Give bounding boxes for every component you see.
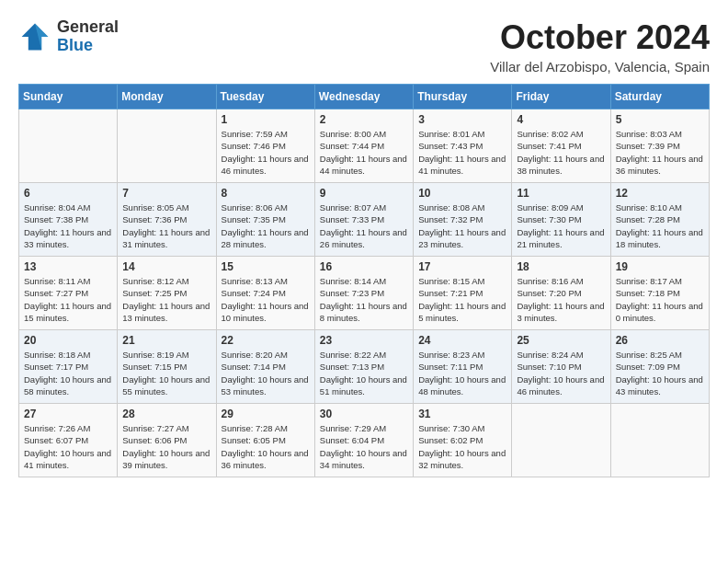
calendar-table: Sunday Monday Tuesday Wednesday Thursday… (18, 84, 710, 477)
cell-details: Sunrise: 8:13 AM Sunset: 7:24 PM Dayligh… (222, 275, 310, 324)
day-number: 27 (24, 408, 112, 420)
calendar-week-2: 6Sunrise: 8:04 AM Sunset: 7:38 PM Daylig… (19, 183, 710, 257)
calendar-cell: 14Sunrise: 8:12 AM Sunset: 7:25 PM Dayli… (118, 257, 216, 330)
cell-details: Sunrise: 7:59 AM Sunset: 7:46 PM Dayligh… (222, 128, 310, 177)
cell-details: Sunrise: 7:30 AM Sunset: 6:02 PM Dayligh… (418, 422, 506, 471)
day-number: 30 (320, 408, 408, 420)
cell-details: Sunrise: 8:06 AM Sunset: 7:35 PM Dayligh… (222, 201, 310, 250)
cell-details: Sunrise: 8:11 AM Sunset: 7:27 PM Dayligh… (24, 275, 112, 324)
calendar-cell (610, 404, 709, 477)
day-number: 4 (517, 113, 605, 126)
cell-details: Sunrise: 8:12 AM Sunset: 7:25 PM Dayligh… (122, 275, 210, 324)
calendar-cell: 17Sunrise: 8:15 AM Sunset: 7:21 PM Dayli… (414, 257, 512, 330)
cell-details: Sunrise: 8:16 AM Sunset: 7:20 PM Dayligh… (517, 275, 605, 324)
calendar-cell: 13Sunrise: 8:11 AM Sunset: 7:27 PM Dayli… (19, 257, 118, 330)
calendar-cell: 23Sunrise: 8:22 AM Sunset: 7:13 PM Dayli… (314, 330, 413, 404)
col-saturday: Saturday (610, 85, 709, 109)
cell-details: Sunrise: 8:09 AM Sunset: 7:30 PM Dayligh… (517, 201, 605, 250)
logo-text: General Blue (57, 18, 119, 55)
calendar-cell: 6Sunrise: 8:04 AM Sunset: 7:38 PM Daylig… (19, 183, 118, 257)
calendar-cell: 25Sunrise: 8:24 AM Sunset: 7:10 PM Dayli… (512, 330, 610, 404)
day-number: 2 (320, 113, 408, 126)
day-number: 26 (616, 334, 704, 347)
calendar-week-4: 20Sunrise: 8:18 AM Sunset: 7:17 PM Dayli… (19, 330, 710, 404)
cell-details: Sunrise: 8:01 AM Sunset: 7:43 PM Dayligh… (418, 128, 506, 177)
calendar-cell: 10Sunrise: 8:08 AM Sunset: 7:32 PM Dayli… (414, 183, 512, 257)
calendar-header: Sunday Monday Tuesday Wednesday Thursday… (19, 85, 710, 109)
col-thursday: Thursday (414, 85, 512, 109)
day-number: 29 (222, 408, 310, 420)
calendar-cell: 3Sunrise: 8:01 AM Sunset: 7:43 PM Daylig… (414, 109, 512, 183)
calendar-cell: 27Sunrise: 7:26 AM Sunset: 6:07 PM Dayli… (19, 404, 118, 477)
location: Villar del Arzobispo, Valencia, Spain (490, 59, 710, 75)
day-number: 15 (222, 260, 310, 273)
day-number: 20 (24, 334, 112, 347)
cell-details: Sunrise: 8:20 AM Sunset: 7:14 PM Dayligh… (222, 349, 310, 397)
day-number: 21 (122, 334, 210, 347)
cell-details: Sunrise: 7:29 AM Sunset: 6:04 PM Dayligh… (320, 422, 408, 471)
calendar-cell: 21Sunrise: 8:19 AM Sunset: 7:15 PM Dayli… (118, 330, 216, 404)
calendar-cell: 15Sunrise: 8:13 AM Sunset: 7:24 PM Dayli… (216, 257, 314, 330)
cell-details: Sunrise: 8:05 AM Sunset: 7:36 PM Dayligh… (122, 201, 210, 250)
title-block: October 2024 Villar del Arzobispo, Valen… (490, 18, 710, 75)
cell-details: Sunrise: 8:04 AM Sunset: 7:38 PM Dayligh… (24, 201, 112, 250)
cell-details: Sunrise: 8:19 AM Sunset: 7:15 PM Dayligh… (122, 349, 210, 397)
day-number: 25 (517, 334, 605, 347)
calendar-cell (19, 109, 118, 183)
cell-details: Sunrise: 8:22 AM Sunset: 7:13 PM Dayligh… (320, 349, 408, 397)
cell-details: Sunrise: 7:27 AM Sunset: 6:06 PM Dayligh… (122, 422, 210, 471)
day-number: 17 (418, 260, 506, 273)
day-number: 7 (122, 187, 210, 200)
cell-details: Sunrise: 7:28 AM Sunset: 6:05 PM Dayligh… (222, 422, 310, 471)
day-number: 13 (24, 260, 112, 273)
logo: General Blue (18, 18, 119, 55)
cell-details: Sunrise: 8:07 AM Sunset: 7:33 PM Dayligh… (320, 201, 408, 250)
calendar-cell: 4Sunrise: 8:02 AM Sunset: 7:41 PM Daylig… (512, 109, 610, 183)
calendar-cell: 2Sunrise: 8:00 AM Sunset: 7:44 PM Daylig… (314, 109, 413, 183)
cell-details: Sunrise: 8:00 AM Sunset: 7:44 PM Dayligh… (320, 128, 408, 177)
day-number: 12 (616, 187, 704, 200)
logo-icon (18, 20, 51, 53)
calendar-cell: 24Sunrise: 8:23 AM Sunset: 7:11 PM Dayli… (414, 330, 512, 404)
calendar-cell: 19Sunrise: 8:17 AM Sunset: 7:18 PM Dayli… (610, 257, 709, 330)
calendar-week-3: 13Sunrise: 8:11 AM Sunset: 7:27 PM Dayli… (19, 257, 710, 330)
calendar-cell: 22Sunrise: 8:20 AM Sunset: 7:14 PM Dayli… (216, 330, 314, 404)
calendar-cell: 31Sunrise: 7:30 AM Sunset: 6:02 PM Dayli… (414, 404, 512, 477)
cell-details: Sunrise: 8:15 AM Sunset: 7:21 PM Dayligh… (418, 275, 506, 324)
day-number: 9 (320, 187, 408, 200)
page-header: General Blue October 2024 Villar del Arz… (18, 18, 710, 75)
day-number: 23 (320, 334, 408, 347)
calendar-body: 1Sunrise: 7:59 AM Sunset: 7:46 PM Daylig… (19, 109, 710, 477)
cell-details: Sunrise: 8:18 AM Sunset: 7:17 PM Dayligh… (24, 349, 112, 397)
calendar-cell (512, 404, 610, 477)
col-sunday: Sunday (19, 85, 118, 109)
calendar-cell: 7Sunrise: 8:05 AM Sunset: 7:36 PM Daylig… (118, 183, 216, 257)
calendar-cell: 18Sunrise: 8:16 AM Sunset: 7:20 PM Dayli… (512, 257, 610, 330)
col-friday: Friday (512, 85, 610, 109)
day-number: 22 (222, 334, 310, 347)
calendar-cell: 28Sunrise: 7:27 AM Sunset: 6:06 PM Dayli… (118, 404, 216, 477)
col-wednesday: Wednesday (314, 85, 413, 109)
calendar-cell: 12Sunrise: 8:10 AM Sunset: 7:28 PM Dayli… (610, 183, 709, 257)
calendar-cell: 8Sunrise: 8:06 AM Sunset: 7:35 PM Daylig… (216, 183, 314, 257)
day-number: 11 (517, 187, 605, 200)
calendar-cell: 26Sunrise: 8:25 AM Sunset: 7:09 PM Dayli… (610, 330, 709, 404)
calendar-week-1: 1Sunrise: 7:59 AM Sunset: 7:46 PM Daylig… (19, 109, 710, 183)
calendar-cell: 29Sunrise: 7:28 AM Sunset: 6:05 PM Dayli… (216, 404, 314, 477)
cell-details: Sunrise: 8:10 AM Sunset: 7:28 PM Dayligh… (616, 201, 704, 250)
calendar-cell: 1Sunrise: 7:59 AM Sunset: 7:46 PM Daylig… (216, 109, 314, 183)
calendar-cell: 30Sunrise: 7:29 AM Sunset: 6:04 PM Dayli… (314, 404, 413, 477)
calendar-cell: 9Sunrise: 8:07 AM Sunset: 7:33 PM Daylig… (314, 183, 413, 257)
day-number: 24 (418, 334, 506, 347)
day-number: 1 (222, 113, 310, 126)
calendar-cell: 11Sunrise: 8:09 AM Sunset: 7:30 PM Dayli… (512, 183, 610, 257)
col-tuesday: Tuesday (216, 85, 314, 109)
calendar-cell: 20Sunrise: 8:18 AM Sunset: 7:17 PM Dayli… (19, 330, 118, 404)
cell-details: Sunrise: 8:25 AM Sunset: 7:09 PM Dayligh… (616, 349, 704, 397)
day-number: 3 (418, 113, 506, 126)
cell-details: Sunrise: 8:14 AM Sunset: 7:23 PM Dayligh… (320, 275, 408, 324)
day-number: 10 (418, 187, 506, 200)
cell-details: Sunrise: 7:26 AM Sunset: 6:07 PM Dayligh… (24, 422, 112, 471)
calendar-week-5: 27Sunrise: 7:26 AM Sunset: 6:07 PM Dayli… (19, 404, 710, 477)
col-monday: Monday (118, 85, 216, 109)
